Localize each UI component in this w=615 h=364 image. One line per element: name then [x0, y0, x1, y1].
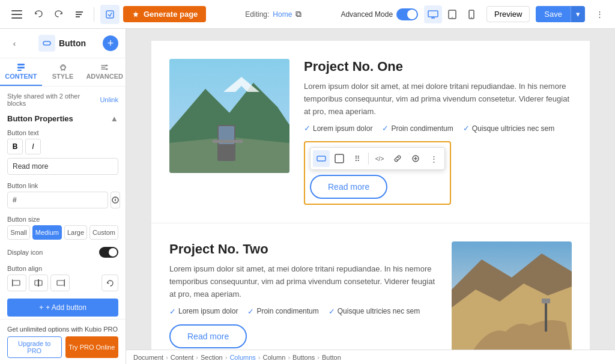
check-icon: ✓	[382, 124, 389, 133]
page-icon: ⧉	[295, 9, 301, 19]
project-one-section: Project No. One Lorem ipsum dolor sit am…	[151, 41, 590, 223]
redo-button[interactable]	[50, 6, 67, 23]
desktop-view-button[interactable]	[424, 5, 442, 23]
add-button-label: + Add button	[46, 303, 86, 312]
add-button-button[interactable]: + + Add button	[7, 299, 118, 317]
button-widget-selected: ⠿ </> ⋮ Read mor	[304, 141, 451, 205]
breadcrumb-section[interactable]: Section	[201, 354, 223, 361]
align-center-button[interactable]	[29, 275, 48, 291]
advanced-mode-toggle[interactable]	[396, 8, 418, 20]
tablet-view-button[interactable]	[443, 5, 461, 23]
display-icon-toggle[interactable]	[99, 247, 118, 258]
toolbar-widget-button[interactable]	[313, 150, 330, 167]
check-icon: ✓	[329, 307, 335, 316]
separator	[94, 7, 94, 22]
style-tab-icon	[44, 63, 82, 71]
edit-mode-button[interactable]	[100, 5, 120, 24]
breadcrumb-buttons[interactable]: Buttons	[292, 354, 315, 361]
project-one-image	[169, 59, 289, 173]
align-left-button[interactable]	[7, 275, 26, 291]
text-format-row: B I	[7, 139, 118, 154]
upgrade-button[interactable]: Upgrade to PRO	[7, 336, 62, 358]
content-tab-label: CONTENT	[5, 73, 37, 80]
size-small-button[interactable]: Small	[7, 225, 30, 240]
link-settings-button[interactable]	[111, 192, 120, 208]
toolbar-add-button[interactable]	[407, 150, 424, 167]
button-align-label: Button align	[7, 265, 118, 272]
svg-rect-0	[11, 10, 22, 11]
feature-label: Quisque ultricies nec sem	[338, 307, 420, 315]
feature-label: Lorem ipsum dolor	[178, 307, 238, 315]
project-two-desc: Lorem ipsum dolor sit amet, at mei dolor…	[169, 263, 437, 300]
project-one-layout: Project No. One Lorem ipsum dolor sit am…	[169, 59, 572, 205]
sidebar-add-button[interactable]: +	[103, 35, 118, 51]
pro-buttons: Upgrade to PRO Try PRO Online	[7, 336, 118, 358]
toolbar-container-button[interactable]	[331, 150, 348, 167]
svg-rect-3	[76, 11, 83, 13]
more-options-button[interactable]: ⋮	[591, 6, 608, 23]
toolbar-link-button[interactable]	[389, 150, 406, 167]
sidebar-back-button[interactable]: ‹	[7, 36, 22, 50]
align-reset-button[interactable]	[101, 275, 118, 291]
top-bar-center: Editing: Home ⧉	[211, 9, 336, 19]
unlink-button[interactable]: Unlink	[100, 96, 118, 103]
page-name-link[interactable]: Home	[273, 10, 292, 19]
project-two-read-more-button[interactable]: Read more	[169, 324, 247, 348]
try-pro-button[interactable]: Try PRO Online	[65, 336, 119, 358]
hamburger-button[interactable]	[7, 5, 26, 24]
feature-item: ✓ Lorem ipsum dolor	[169, 307, 238, 316]
project-one-desc: Lorem ipsum dolor sit amet, at mei dolor…	[304, 80, 572, 118]
bold-button[interactable]: B	[7, 139, 23, 154]
svg-rect-6	[106, 11, 114, 18]
project-one-read-more-button[interactable]: Read more	[310, 175, 387, 199]
preview-button[interactable]: Preview	[486, 6, 530, 22]
toolbar-code-button[interactable]: </>	[371, 150, 388, 167]
section-collapse-button[interactable]: ▲	[111, 114, 118, 123]
tab-content[interactable]: CONTENT	[0, 58, 42, 86]
top-bar: Generate page Editing: Home ⧉ Advanced M…	[0, 0, 615, 29]
breadcrumb-button[interactable]: Button	[322, 354, 341, 361]
sidebar-title: Button	[59, 38, 86, 48]
advanced-mode-toggle-area: Advanced Mode	[341, 8, 418, 20]
button-toolbar: ⠿ </> ⋮	[310, 147, 445, 170]
size-medium-button[interactable]: Medium	[32, 225, 62, 240]
button-link-input[interactable]	[7, 192, 108, 208]
breadcrumb-columns[interactable]: Columns	[229, 354, 255, 361]
mobile-view-button[interactable]	[462, 5, 480, 23]
feature-item: ✓ Proin condimentum	[247, 307, 318, 316]
toolbar-drag-button[interactable]: ⠿	[349, 150, 366, 167]
save-button-group: Save ▾	[536, 6, 585, 22]
feature-item: ✓ Quisque ultricies nec sem	[329, 307, 420, 316]
toolbar-more-button[interactable]: ⋮	[425, 150, 442, 167]
generate-page-button[interactable]: Generate page	[123, 6, 206, 22]
add-button-icon: +	[39, 303, 43, 312]
top-bar-right: Advanced Mode Preview Save ▾ ⋮	[341, 5, 608, 23]
project-one-features: ✓ Lorem ipsum dolor ✓ Proin condimentum …	[304, 124, 572, 133]
button-size-field: Button size Small Medium Large Custom	[7, 216, 118, 240]
display-icon-label: Display icon	[7, 249, 43, 256]
project-two-content: Project No. Two Lorem ipsum dolor sit am…	[169, 241, 437, 348]
breadcrumb-sep: ›	[258, 354, 261, 361]
button-text-input[interactable]	[7, 158, 118, 175]
history-button[interactable]	[71, 6, 88, 23]
breadcrumb-document[interactable]: Document	[133, 354, 163, 361]
breadcrumb-column[interactable]: Column	[262, 354, 285, 361]
undo-button[interactable]	[30, 6, 47, 23]
canvas-inner: Project No. One Lorem ipsum dolor sit am…	[151, 41, 590, 364]
size-large-button[interactable]: Large	[64, 225, 87, 240]
svg-rect-15	[43, 41, 50, 45]
save-dropdown-button[interactable]: ▾	[571, 6, 585, 22]
save-button[interactable]: Save	[536, 6, 571, 22]
toolbar-separator	[368, 153, 369, 165]
section-header: Button Properties ▲	[7, 114, 118, 123]
align-right-button[interactable]	[50, 275, 70, 291]
sidebar: ‹ Button + CONTENT STYLE	[0, 29, 126, 364]
button-link-field: Button link	[7, 182, 118, 208]
italic-button[interactable]: I	[25, 139, 41, 154]
editing-label: Editing:	[245, 10, 269, 19]
tab-advanced[interactable]: ADVANCED	[83, 58, 126, 86]
size-custom-button[interactable]: Custom	[89, 225, 118, 240]
tab-style[interactable]: STYLE	[42, 58, 84, 86]
breadcrumb-content[interactable]: Content	[171, 354, 194, 361]
check-icon: ✓	[463, 124, 470, 133]
